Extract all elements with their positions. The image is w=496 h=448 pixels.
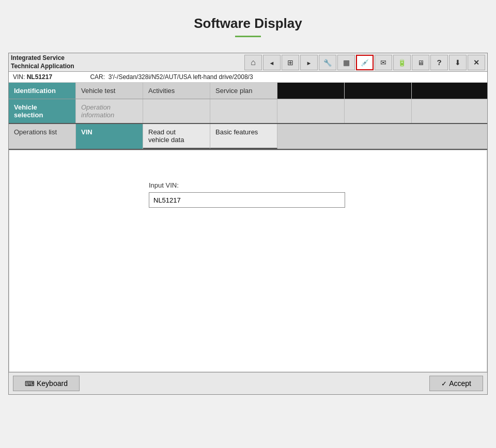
tab-black-2 — [345, 83, 412, 99]
tab-row-3: Operations list VIN Read out vehicle dat… — [9, 124, 487, 150]
vehicle-selection-tab[interactable]: Vehicle selection — [9, 99, 76, 123]
mail-button[interactable] — [375, 55, 392, 70]
download-button[interactable] — [449, 55, 467, 70]
needle-icon — [361, 58, 369, 67]
tab-row2-empty-2 — [210, 99, 277, 123]
vin-tab[interactable]: VIN — [76, 124, 143, 149]
home-icon — [251, 58, 256, 67]
accept-button[interactable]: Accept — [429, 376, 483, 391]
needle-button[interactable] — [356, 55, 374, 70]
tab-row2-empty-1 — [143, 99, 210, 123]
service-plan-tab[interactable]: Service plan — [210, 83, 277, 99]
tab-black-3 — [412, 83, 487, 99]
mail-icon — [380, 58, 386, 67]
operations-list-tab[interactable]: Operations list — [9, 124, 76, 149]
battery-icon — [398, 58, 406, 67]
app-title: Integrated Service Technical Application — [11, 54, 244, 70]
grid-button[interactable] — [337, 55, 355, 70]
pages-button[interactable] — [282, 55, 299, 70]
basic-features-tab[interactable]: Basic features — [210, 124, 277, 149]
vin-input[interactable] — [149, 192, 345, 208]
back-icon — [269, 58, 275, 67]
wrench-icon — [323, 58, 332, 67]
page-header: Software Display — [0, 0, 496, 53]
home-button[interactable] — [244, 55, 262, 70]
accept-icon — [441, 379, 449, 388]
bottom-bar: Keyboard Accept — [9, 372, 487, 394]
toolbar — [244, 55, 485, 70]
forward-icon — [306, 58, 312, 67]
download-icon — [455, 58, 461, 67]
tab-row-1: Identification Vehicle test Activities S… — [9, 83, 487, 99]
question-button[interactable] — [430, 55, 448, 70]
tab-row2-empty-5 — [412, 99, 487, 123]
activities-tab[interactable]: Activities — [143, 83, 210, 99]
operation-info-tab[interactable]: Operation information — [76, 99, 143, 123]
car-label: CAR: — [90, 73, 105, 81]
question-icon — [437, 58, 441, 67]
close-button[interactable] — [468, 55, 485, 70]
app-window: Integrated Service Technical Application — [8, 53, 488, 395]
back-button[interactable] — [263, 55, 281, 70]
page-wrapper: Software Display Integrated Service Tech… — [0, 0, 496, 395]
keyboard-button[interactable]: Keyboard — [13, 376, 80, 391]
keyboard-icon — [25, 379, 37, 388]
grid-icon — [343, 58, 350, 67]
close-icon — [473, 58, 479, 67]
monitor-button[interactable] — [412, 55, 429, 70]
monitor-icon — [417, 58, 424, 67]
vehicle-test-tab[interactable]: Vehicle test — [76, 83, 143, 99]
car-value: 3'/-/Sedan/328i/N52/AUT/USA left-hand dr… — [109, 73, 253, 81]
read-out-tab[interactable]: Read out vehicle data — [143, 124, 210, 149]
vin-value: NL51217 — [27, 73, 52, 81]
main-content: Input VIN: — [9, 150, 487, 372]
title-bar: Integrated Service Technical Application — [9, 53, 487, 72]
vin-label: VIN: — [13, 73, 25, 81]
battery-button[interactable] — [393, 55, 411, 70]
identification-tab[interactable]: Identification — [9, 83, 76, 99]
tab-row2-empty-4 — [345, 99, 412, 123]
tab-row2-empty-3 — [277, 99, 345, 123]
tab-row-2: Vehicle selection Operation information — [9, 99, 487, 124]
tab-row3-spacer — [277, 124, 487, 149]
input-vin-label: Input VIN: — [149, 181, 471, 189]
vin-bar: VIN: NL51217 CAR: 3'/-/Sedan/328i/N52/AU… — [9, 72, 487, 83]
wrench-button[interactable] — [319, 55, 336, 70]
title-underline — [235, 36, 261, 37]
pages-icon — [287, 58, 293, 67]
tab-black-1 — [277, 83, 345, 99]
forward-button[interactable] — [300, 55, 318, 70]
page-title: Software Display — [0, 16, 496, 32]
